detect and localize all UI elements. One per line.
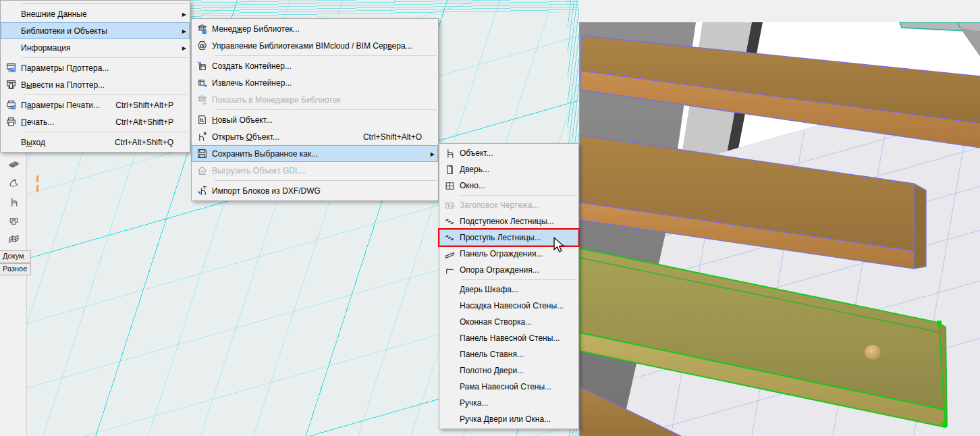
menu-item-new-object[interactable]: Новый Объект... bbox=[192, 111, 438, 128]
menu-item-shortcut: Ctrl+Shift+Alt+P bbox=[115, 101, 184, 110]
menu-item-libraries-and-objects[interactable]: Библиотеки и Объекты▶ bbox=[1, 22, 190, 39]
menu-item-handle[interactable]: Ручка... bbox=[439, 395, 578, 411]
menu-item-label: Ручка Двери или Окна... bbox=[460, 414, 551, 424]
menu-item-door[interactable]: Дверь... bbox=[439, 161, 578, 178]
menu-item-create-container[interactable]: Создать Контейнер... bbox=[192, 57, 438, 74]
menu-item-exit[interactable]: ВыходCtrl+Alt+Shift+Q bbox=[1, 134, 190, 151]
menu-item-open-object[interactable]: Открыть Объект...Ctrl+Shift+Alt+O bbox=[192, 128, 438, 145]
tab-misc[interactable]: Разное bbox=[0, 263, 31, 275]
menu-item-plotter-setup[interactable]: Параметры Плоттера... bbox=[1, 59, 190, 76]
menu-item-label: Панель Навесной Стены... bbox=[460, 333, 560, 343]
menu-item-bim-server-libraries[interactable]: Управление Библиотеками BIMcloud / BIM С… bbox=[192, 37, 438, 54]
menu-item-information[interactable]: Информация▶ bbox=[1, 39, 190, 56]
railing-post-icon bbox=[439, 265, 460, 276]
mouse-cursor bbox=[551, 237, 566, 253]
tab-document[interactable]: Докум bbox=[0, 250, 31, 263]
selection-handle[interactable] bbox=[937, 321, 942, 325]
menu-item-print-setup[interactable]: Параметры Печати...Ctrl+Shift+Alt+P bbox=[1, 97, 190, 113]
menu-item-shortcut: Ctrl+Shift+Alt+O bbox=[363, 132, 433, 142]
menu-item-label: Ручка... bbox=[460, 398, 488, 408]
plotter-settings-icon bbox=[1, 62, 21, 74]
submenu-arrow-icon: ▶ bbox=[431, 151, 435, 157]
mesh-tool-icon[interactable] bbox=[3, 229, 24, 247]
menu-item-door-or-window-handle[interactable]: Ручка Двери или Окна... bbox=[439, 411, 578, 427]
create-container-icon bbox=[192, 60, 212, 72]
3d-view[interactable] bbox=[579, 22, 980, 436]
menu-item-save-selected-as[interactable]: Сохранить Выбранное как...▶ bbox=[192, 145, 438, 162]
library-manager-icon bbox=[192, 23, 212, 34]
menu-item-label: Параметры Печати... bbox=[21, 101, 100, 110]
menu-item-label: Панель Ограждения... bbox=[460, 249, 543, 258]
file-menu: Внешние Данные▶Библиотеки и Объекты▶Инфо… bbox=[0, 0, 190, 153]
new-object-icon bbox=[192, 114, 212, 126]
menu-item-label: Оконная Створка... bbox=[460, 317, 532, 327]
menu-item-shortcut: Ctrl+Alt+Shift+Q bbox=[115, 138, 184, 147]
extract-container-icon bbox=[192, 77, 212, 88]
menu-separator bbox=[215, 55, 437, 56]
section-marker-dash bbox=[36, 175, 38, 182]
menu-item-extract-container[interactable]: Извлечь Контейнер... bbox=[192, 74, 438, 91]
menu-item-stair-riser[interactable]: Подступенок Лестницы... bbox=[439, 213, 578, 229]
menu-separator bbox=[215, 180, 437, 181]
menu-item-external-data[interactable]: Внешние Данные▶ bbox=[1, 5, 190, 22]
menu-item-object[interactable]: Объект... bbox=[439, 145, 578, 161]
menu-item-label: Новый Объект... bbox=[212, 115, 273, 125]
menu-item-label: Менеджер Библиотек... bbox=[212, 24, 300, 34]
tab-misc-label: Разное bbox=[3, 265, 27, 273]
menu-item-label: Проступь Лестницы... bbox=[460, 233, 541, 242]
section-marker-dash bbox=[36, 185, 38, 192]
menu-separator bbox=[22, 3, 188, 4]
menu-item-curtain-wall-accessory[interactable]: Насадка Навесной Стены... bbox=[439, 298, 578, 314]
menu-item-show-in-library-manager[interactable]: Показать в Менеджере Библиотек bbox=[192, 91, 438, 108]
menu-item-cabinet-door[interactable]: Дверь Шкафа... bbox=[439, 281, 578, 298]
door-icon bbox=[439, 164, 460, 175]
submenu-arrow-icon: ▶ bbox=[182, 11, 186, 17]
menu-item-drawing-title[interactable]: Заголовок Чертежа... bbox=[439, 197, 578, 213]
plot-output-icon bbox=[1, 79, 21, 90]
menu-item-print[interactable]: Печать...Ctrl+Alt+Shift+P bbox=[1, 113, 190, 130]
menu-item-label: Рама Навесной Стены... bbox=[460, 382, 551, 391]
menu-item-library-manager[interactable]: Менеджер Библиотек... bbox=[192, 20, 438, 37]
menu-item-label: Импорт Блоков из DXF/DWG bbox=[212, 186, 321, 196]
zone-tool-icon[interactable] bbox=[3, 212, 24, 229]
open-object-icon bbox=[192, 131, 212, 142]
menu-item-window-sash[interactable]: Оконная Створка... bbox=[439, 314, 578, 330]
menu-item-label: Открыть Объект... bbox=[212, 132, 279, 142]
selection-handle[interactable] bbox=[942, 423, 947, 427]
menu-item-window[interactable]: Окно... bbox=[439, 178, 578, 194]
menu-item-curtain-wall-frame[interactable]: Рама Навесной Стены... bbox=[439, 379, 578, 395]
window-icon bbox=[439, 180, 460, 192]
menu-separator bbox=[461, 279, 577, 280]
menu-item-import-dxf-blocks[interactable]: Импорт Блоков из DXF/DWG bbox=[192, 182, 438, 199]
slab-tool-icon[interactable] bbox=[3, 155, 24, 173]
menu-item-label: Заголовок Чертежа... bbox=[460, 200, 539, 210]
menu-item-label: Дверь Шкафа... bbox=[460, 285, 518, 294]
menu-separator bbox=[22, 94, 188, 95]
menu-item-shutter-panel[interactable]: Панель Ставня... bbox=[439, 346, 578, 362]
menu-item-label: Насадка Навесной Стены... bbox=[460, 301, 564, 310]
menu-item-curtain-wall-panel[interactable]: Панель Навесной Стены... bbox=[439, 330, 578, 346]
menu-separator bbox=[215, 109, 437, 110]
menu-item-label: Библиотеки и Объекты bbox=[21, 26, 107, 36]
print-icon bbox=[1, 116, 21, 128]
object-tool-icon[interactable] bbox=[3, 193, 24, 211]
menu-item-label: Показать в Менеджере Библиотек bbox=[212, 95, 341, 105]
submenu-arrow-icon: ▶ bbox=[182, 28, 186, 34]
menu-item-label: Подступенок Лестницы... bbox=[460, 217, 554, 226]
menu-item-door-leaf[interactable]: Полотно Двери... bbox=[439, 362, 578, 379]
menu-item-railing-post[interactable]: Опора Ограждения... bbox=[439, 262, 578, 278]
menu-item-label: Дверь... bbox=[460, 165, 489, 174]
menu-item-label: Создать Контейнер... bbox=[212, 61, 292, 71]
menu-item-unload-gdl-object[interactable]: Выгрузить Объект GDL... bbox=[192, 162, 438, 179]
import-dxf-blocks-icon bbox=[192, 185, 212, 196]
menu-item-label: Параметры Плоттера... bbox=[21, 63, 109, 73]
print-settings-icon bbox=[1, 99, 21, 111]
menu-separator bbox=[461, 195, 577, 196]
menu-item-label: Управление Библиотеками BIMcloud / BIM С… bbox=[212, 41, 412, 51]
menu-item-plot[interactable]: Вывести на Плоттер... bbox=[1, 76, 190, 93]
shell-tool-icon[interactable] bbox=[3, 174, 24, 192]
menu-item-label: Информация bbox=[21, 43, 70, 53]
stair-tread-icon bbox=[439, 232, 460, 244]
unload-gdl-object-icon bbox=[192, 165, 212, 176]
save-selected-as-submenu: Объект...Дверь...Окно...Заголовок Чертеж… bbox=[439, 143, 579, 429]
